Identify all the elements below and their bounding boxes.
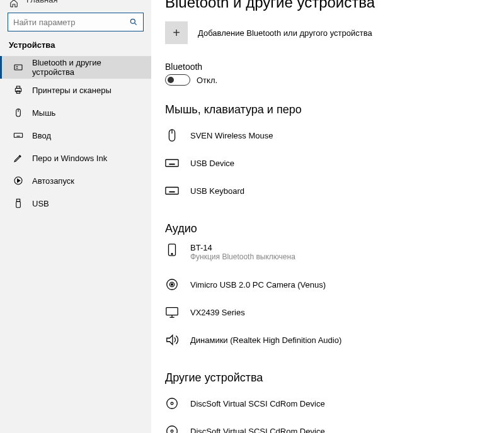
- nav-home-label: Главная: [26, 0, 57, 4]
- device-name: DiscSoft Virtual SCSI CdRom Device: [190, 427, 325, 434]
- autoplay-icon: [13, 176, 23, 186]
- svg-rect-2: [14, 65, 22, 70]
- search-icon: [129, 18, 138, 26]
- section-header-audio: Аудио: [165, 222, 504, 235]
- bluetooth-toggle-row: Откл.: [165, 74, 504, 86]
- svg-point-43: [167, 398, 178, 409]
- device-subtext: Функция Bluetooth выключена: [190, 252, 295, 261]
- device-item[interactable]: USB Device: [165, 149, 504, 177]
- speaker-icon: [165, 333, 179, 347]
- keyboard-icon: [13, 130, 23, 140]
- sidebar-item-printers[interactable]: Принтеры и сканеры: [0, 79, 151, 101]
- device-name: USB Keyboard: [190, 186, 244, 196]
- bluetooth-label: Bluetooth: [165, 62, 504, 72]
- home-icon: [9, 0, 19, 8]
- device-name: BT-14: [190, 243, 295, 252]
- disc-icon: [165, 396, 179, 410]
- phone-icon: [165, 243, 179, 257]
- plus-icon: +: [173, 26, 180, 40]
- keyboard-icon: [165, 156, 179, 170]
- sidebar-item-label: Принтеры и сканеры: [32, 86, 112, 95]
- svg-rect-19: [16, 201, 21, 207]
- sidebar-item-label: Мышь: [32, 108, 55, 118]
- mouse-icon: [165, 128, 179, 142]
- device-item[interactable]: USB Keyboard: [165, 177, 504, 205]
- camera-icon: [165, 278, 179, 291]
- svg-point-38: [171, 284, 173, 286]
- sidebar-item-mouse[interactable]: Мышь: [0, 101, 151, 124]
- nav-home[interactable]: Главная: [0, 0, 151, 6]
- sidebar-item-label: USB: [32, 199, 49, 208]
- svg-rect-5: [15, 88, 21, 91]
- svg-point-46: [171, 430, 173, 432]
- sidebar-item-label: Перо и Windows Ink: [32, 154, 107, 163]
- device-name: VX2439 Series: [190, 308, 245, 317]
- device-name: Vimicro USB 2.0 PC Camera (Venus): [190, 280, 326, 290]
- search-wrap: [0, 13, 151, 40]
- device-item[interactable]: VX2439 Series: [165, 298, 504, 326]
- device-name: Динамики (Realtek High Definition Audio): [190, 335, 341, 345]
- page-title: Bluetooth и другие устройства: [165, 0, 504, 11]
- sidebar-item-autoplay[interactable]: Автозапуск: [0, 169, 151, 192]
- svg-rect-39: [166, 308, 178, 315]
- svg-point-35: [171, 254, 173, 255]
- add-device-row[interactable]: + Добавление Bluetooth или другого устро…: [165, 21, 504, 44]
- section-header-other: Другие устройства: [165, 371, 504, 385]
- main-content: Bluetooth и другие устройства + Добавлен…: [151, 0, 504, 433]
- device-item[interactable]: DiscSoft Virtual SCSI CdRom Device: [165, 390, 504, 417]
- svg-rect-6: [16, 86, 20, 88]
- sidebar-group-header: Устройства: [0, 40, 151, 56]
- svg-rect-18: [16, 199, 20, 201]
- device-item[interactable]: BT-14 Функция Bluetooth выключена: [165, 240, 504, 271]
- sidebar-item-label: Ввод: [32, 131, 51, 140]
- sidebar-item-label: Автозапуск: [32, 176, 74, 186]
- svg-rect-10: [14, 133, 22, 138]
- device-list-other: DiscSoft Virtual SCSI CdRom Device DiscS…: [165, 390, 504, 433]
- device-list-input: SVEN Wireless Mouse USB Device USB Keybo…: [165, 121, 504, 205]
- device-item[interactable]: Vimicro USB 2.0 PC Camera (Venus): [165, 271, 504, 298]
- svg-rect-7: [16, 91, 20, 93]
- svg-rect-22: [166, 160, 178, 167]
- sidebar-item-pen[interactable]: Перо и Windows Ink: [0, 147, 151, 169]
- device-name: USB Device: [190, 159, 234, 168]
- svg-marker-17: [18, 179, 20, 182]
- add-device-button[interactable]: +: [165, 21, 188, 44]
- sidebar-item-bluetooth[interactable]: Bluetooth и другие устройства: [0, 56, 151, 79]
- svg-rect-28: [166, 188, 178, 194]
- device-name: DiscSoft Virtual SCSI CdRom Device: [190, 399, 325, 408]
- search-input[interactable]: [13, 18, 129, 27]
- device-item[interactable]: DiscSoft Virtual SCSI CdRom Device: [165, 417, 504, 433]
- bluetooth-icon: [13, 62, 23, 72]
- toggle-knob: [168, 77, 174, 83]
- bluetooth-toggle[interactable]: [165, 74, 190, 86]
- sidebar-item-label: Bluetooth и другие устройства: [32, 58, 144, 77]
- device-item[interactable]: SVEN Wireless Mouse: [165, 121, 504, 149]
- monitor-icon: [165, 305, 179, 319]
- mouse-icon: [13, 108, 23, 118]
- svg-marker-42: [167, 335, 173, 345]
- svg-line-1: [134, 23, 136, 25]
- sidebar: Главная Устройства Bluetooth и другие ус…: [0, 0, 151, 433]
- printer-icon: [13, 85, 23, 95]
- device-item[interactable]: Динамики (Realtek High Definition Audio): [165, 326, 504, 354]
- section-header-input: Мышь, клавиатура и перо: [165, 103, 504, 116]
- search-box[interactable]: [8, 13, 144, 31]
- bluetooth-state: Откл.: [197, 76, 217, 85]
- usb-icon: [13, 198, 23, 208]
- add-device-label: Добавление Bluetooth или другого устройс…: [198, 28, 372, 38]
- device-name: SVEN Wireless Mouse: [190, 131, 273, 140]
- keyboard-icon: [165, 184, 179, 198]
- svg-point-44: [171, 402, 173, 405]
- sidebar-item-typing[interactable]: Ввод: [0, 124, 151, 147]
- svg-point-0: [130, 19, 135, 23]
- sidebar-item-usb[interactable]: USB: [0, 192, 151, 215]
- device-list-audio: BT-14 Функция Bluetooth выключена Vimicr…: [165, 240, 504, 354]
- pen-icon: [13, 153, 23, 163]
- disc-icon: [165, 424, 179, 433]
